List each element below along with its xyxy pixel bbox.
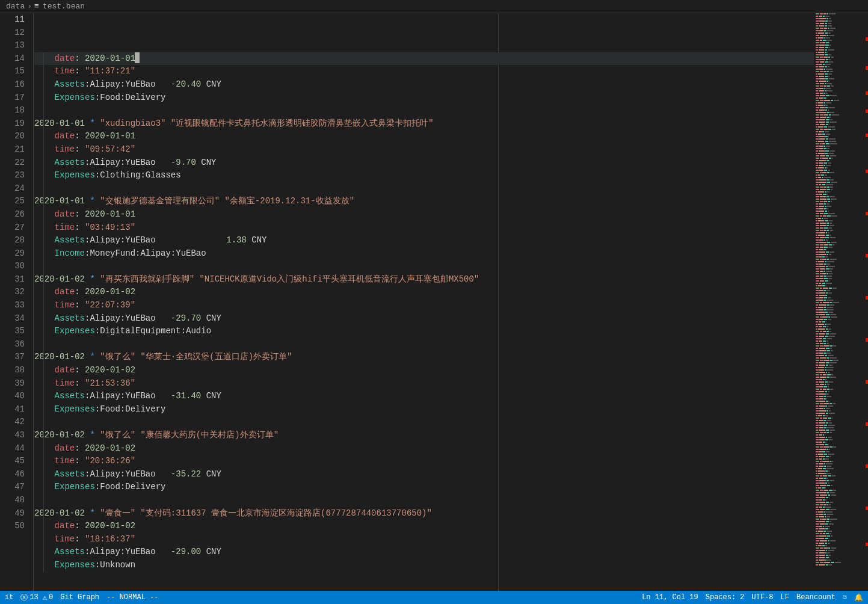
code-line[interactable]: Expenses:Food:Delivery (34, 403, 814, 416)
line-number: 12 (0, 26, 25, 40)
line-number: 15 (0, 65, 25, 78)
code-line[interactable]: date: 2020-01-01 (34, 52, 814, 66)
code-line[interactable]: Expenses:Food:Delivery (34, 481, 814, 494)
line-number: 29 (0, 247, 25, 260)
warning-icon: ⚠ (43, 593, 47, 602)
line-number: 28 (0, 234, 25, 247)
code-line[interactable]: date: 2020-01-02 (34, 442, 814, 455)
code-line[interactable]: date: 2020-01-01 (34, 208, 814, 221)
code-line[interactable]: Assets:Alipay:YuEBao -20.40 CNY (34, 78, 814, 91)
line-number: 37 (0, 351, 25, 364)
code-line[interactable]: 2020-01-01 * "xudingbiao3" "近视眼镜配件卡式鼻托水滴… (34, 117, 814, 131)
minimap[interactable] (814, 13, 868, 591)
line-number: 20 (0, 130, 25, 143)
code-line[interactable]: 2020-01-02 * "饿了么" "康佰馨大药房(中关村店)外卖订单" (34, 429, 814, 442)
line-number: 24 (0, 182, 25, 196)
minimap-error-marker[interactable] (866, 464, 868, 468)
code-line[interactable]: time: "21:53:36" (34, 377, 814, 390)
problems[interactable]: ⓧ 13 ⚠ 0 (20, 593, 53, 603)
line-number: 26 (0, 208, 25, 221)
line-number: 17 (0, 91, 25, 105)
language-mode[interactable]: Beancount (796, 593, 836, 602)
encoding[interactable]: UTF-8 (752, 593, 774, 602)
code-line[interactable]: time: "09:57:42" (34, 143, 814, 156)
code-line[interactable]: date: 2020-01-02 (34, 286, 814, 299)
minimap-error-marker[interactable] (866, 109, 868, 113)
code-line[interactable]: Assets:Alipay:YuEBao -29.70 CNY (34, 312, 814, 325)
code-line[interactable]: Assets:Alipay:YuEBao -35.22 CNY (34, 468, 814, 481)
error-icon: ⓧ (20, 593, 28, 603)
breadcrumb-file[interactable]: test.bean (43, 2, 85, 11)
code-line[interactable]: 2020-01-02 * "再买东西我就剁手跺脚" "NICEHCK原道Vido… (34, 273, 814, 286)
code-line[interactable]: 2020-01-02 * "饿了么" "华莱士·全鸡汉堡(五道口店)外卖订单" (34, 351, 814, 364)
line-number: 46 (0, 468, 25, 481)
breadcrumb-separator: › (27, 2, 32, 11)
minimap-error-marker[interactable] (866, 134, 868, 137)
code-line[interactable]: 2020-01-01 * "交银施罗德基金管理有限公司" "余额宝-2019.1… (34, 195, 814, 208)
code-line[interactable]: Expenses:Food:Delivery (34, 91, 814, 105)
line-number: 23 (0, 169, 25, 182)
notifications-icon[interactable]: 🔔 (854, 593, 863, 602)
code-line[interactable]: 2020-01-02 * "壹食一" "支付码:311637 壹食一北京市海淀区… (34, 507, 814, 520)
editor[interactable]: 1112131415161718192021222324252627282930… (0, 13, 868, 591)
code-line[interactable]: time: "18:16:37" (34, 533, 814, 546)
code-line[interactable] (34, 104, 814, 117)
minimap-error-marker[interactable] (866, 507, 868, 510)
git-graph[interactable]: Git Graph (60, 593, 99, 602)
line-number: 18 (0, 104, 25, 117)
code-line[interactable]: date: 2020-01-01 (34, 130, 814, 143)
code-line[interactable]: Expenses:DigitalEquipment:Audio (34, 325, 814, 338)
line-number: 32 (0, 286, 25, 299)
code-line[interactable]: Assets:Alipay:YuEBao -31.40 CNY (34, 390, 814, 403)
code-line[interactable] (34, 494, 814, 507)
feedback-icon[interactable]: ☺ (843, 593, 847, 602)
line-number: 30 (0, 260, 25, 273)
minimap-error-marker[interactable] (866, 66, 868, 70)
breadcrumb-folder[interactable]: data (6, 2, 25, 11)
code-line[interactable]: Income:MoneyFund:Alipay:YuEBao (34, 247, 814, 260)
minimap-error-marker[interactable] (866, 380, 868, 384)
minimap-error-marker[interactable] (866, 254, 868, 257)
code-area[interactable]: date: 2020-01-01 time: "11:37:21" Assets… (33, 13, 814, 591)
line-number: 45 (0, 455, 25, 468)
line-number: 13 (0, 39, 25, 52)
line-number: 25 (0, 195, 25, 208)
git-branch[interactable]: it (5, 593, 13, 602)
eol[interactable]: LF (781, 593, 789, 602)
breadcrumb[interactable]: data › ≡ test.bean (0, 0, 868, 13)
line-number: 16 (0, 78, 25, 91)
code-line[interactable] (34, 338, 814, 351)
minimap-error-marker[interactable] (866, 296, 868, 300)
text-cursor (135, 52, 140, 63)
code-line[interactable]: date: 2020-01-02 (34, 520, 814, 533)
vim-mode: -- NORMAL -- (106, 593, 158, 602)
code-line[interactable] (34, 416, 814, 429)
minimap-error-marker[interactable] (866, 170, 868, 173)
code-line[interactable]: Assets:Alipay:YuEBao -29.00 CNY (34, 546, 814, 559)
line-number: 49 (0, 507, 25, 520)
code-line[interactable] (34, 260, 814, 273)
line-number: 41 (0, 403, 25, 416)
code-line[interactable]: date: 2020-01-02 (34, 364, 814, 377)
line-number: 11 (0, 13, 25, 26)
code-line[interactable]: Assets:Alipay:YuEBao -9.70 CNY (34, 156, 814, 170)
code-line[interactable]: time: "03:49:13" (34, 221, 814, 235)
indentation[interactable]: Spaces: 2 (706, 593, 745, 602)
code-line[interactable]: Expenses:Clothing:Glasses (34, 169, 814, 182)
code-line[interactable]: time: "20:36:26" (34, 455, 814, 468)
minimap-error-marker[interactable] (866, 338, 868, 342)
minimap-error-marker[interactable] (866, 212, 868, 215)
code-line[interactable]: time: "11:37:21" (34, 65, 814, 78)
minimap-error-marker[interactable] (866, 543, 868, 546)
line-number-gutter: 1112131415161718192021222324252627282930… (0, 13, 33, 591)
code-line[interactable] (34, 182, 814, 196)
line-number: 19 (0, 117, 25, 131)
cursor-position[interactable]: Ln 11, Col 19 (642, 593, 698, 602)
minimap-error-marker[interactable] (866, 422, 868, 426)
code-line[interactable]: Expenses:Unknown (34, 559, 814, 572)
minimap-error-marker[interactable] (866, 37, 868, 41)
code-line[interactable]: Assets:Alipay:YuEBao 1.38 CNY (34, 234, 814, 247)
minimap-error-marker[interactable] (866, 91, 868, 95)
line-number: 21 (0, 143, 25, 156)
code-line[interactable]: time: "22:07:39" (34, 299, 814, 312)
